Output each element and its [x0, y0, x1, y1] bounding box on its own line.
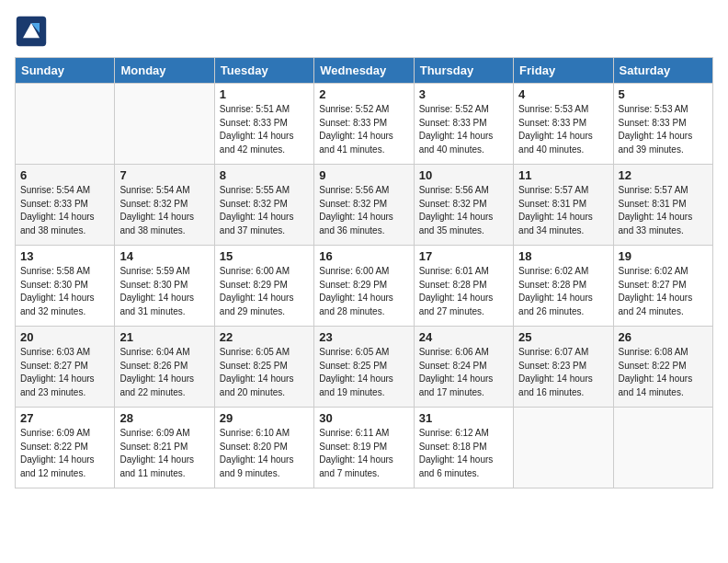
day-number: 24	[419, 330, 508, 344]
calendar-cell: 16Sunrise: 6:00 AM Sunset: 8:29 PM Dayli…	[314, 246, 414, 327]
calendar-cell: 24Sunrise: 6:06 AM Sunset: 8:24 PM Dayli…	[414, 327, 513, 408]
calendar-cell: 31Sunrise: 6:12 AM Sunset: 8:18 PM Dayli…	[414, 408, 513, 488]
day-number: 5	[619, 87, 708, 101]
cell-info: Sunrise: 5:52 AM Sunset: 8:33 PM Dayligh…	[419, 103, 508, 156]
calendar-cell: 2Sunrise: 5:52 AM Sunset: 8:33 PM Daylig…	[314, 84, 414, 165]
day-number: 2	[319, 87, 408, 101]
calendar-table: SundayMondayTuesdayWednesdayThursdayFrid…	[15, 57, 713, 488]
cell-info: Sunrise: 6:03 AM Sunset: 8:27 PM Dayligh…	[20, 346, 109, 399]
header-day-thursday: Thursday	[414, 58, 513, 84]
calendar-cell: 18Sunrise: 6:02 AM Sunset: 8:28 PM Dayli…	[514, 246, 613, 327]
calendar-cell	[514, 408, 613, 488]
day-number: 19	[619, 249, 708, 263]
day-number: 20	[20, 330, 109, 344]
calendar-cell: 26Sunrise: 6:08 AM Sunset: 8:22 PM Dayli…	[613, 327, 712, 408]
calendar-cell	[115, 84, 214, 165]
day-number: 14	[119, 249, 209, 263]
cell-info: Sunrise: 5:52 AM Sunset: 8:33 PM Dayligh…	[319, 103, 408, 156]
day-number: 9	[319, 168, 408, 182]
calendar-header: SundayMondayTuesdayWednesdayThursdayFrid…	[16, 58, 713, 84]
day-number: 30	[319, 411, 408, 425]
logo-icon	[15, 15, 48, 48]
day-number: 13	[20, 249, 109, 263]
cell-info: Sunrise: 5:56 AM Sunset: 8:32 PM Dayligh…	[319, 184, 408, 237]
cell-info: Sunrise: 5:58 AM Sunset: 8:30 PM Dayligh…	[20, 265, 109, 318]
day-number: 7	[119, 168, 209, 182]
calendar-cell: 27Sunrise: 6:09 AM Sunset: 8:22 PM Dayli…	[16, 408, 115, 488]
cell-info: Sunrise: 5:55 AM Sunset: 8:32 PM Dayligh…	[220, 184, 309, 237]
calendar-cell: 7Sunrise: 5:54 AM Sunset: 8:32 PM Daylig…	[115, 165, 214, 246]
day-number: 31	[419, 411, 508, 425]
day-number: 21	[119, 330, 209, 344]
cell-info: Sunrise: 6:09 AM Sunset: 8:22 PM Dayligh…	[20, 427, 109, 480]
header-day-saturday: Saturday	[613, 58, 712, 84]
day-number: 28	[119, 411, 209, 425]
calendar-cell: 13Sunrise: 5:58 AM Sunset: 8:30 PM Dayli…	[16, 246, 115, 327]
calendar-cell: 9Sunrise: 5:56 AM Sunset: 8:32 PM Daylig…	[314, 165, 414, 246]
cell-info: Sunrise: 6:05 AM Sunset: 8:25 PM Dayligh…	[220, 346, 309, 399]
cell-info: Sunrise: 5:51 AM Sunset: 8:33 PM Dayligh…	[220, 103, 309, 156]
cell-info: Sunrise: 5:57 AM Sunset: 8:31 PM Dayligh…	[518, 184, 608, 237]
header	[15, 15, 713, 48]
day-number: 3	[419, 87, 508, 101]
calendar-cell: 15Sunrise: 6:00 AM Sunset: 8:29 PM Dayli…	[214, 246, 313, 327]
day-number: 10	[419, 168, 508, 182]
cell-info: Sunrise: 6:11 AM Sunset: 8:19 PM Dayligh…	[319, 427, 408, 480]
cell-info: Sunrise: 6:07 AM Sunset: 8:23 PM Dayligh…	[518, 346, 608, 399]
day-number: 18	[518, 249, 608, 263]
cell-info: Sunrise: 6:10 AM Sunset: 8:20 PM Dayligh…	[220, 427, 309, 480]
cell-info: Sunrise: 5:56 AM Sunset: 8:32 PM Dayligh…	[419, 184, 508, 237]
calendar-cell	[613, 408, 712, 488]
calendar-cell: 23Sunrise: 6:05 AM Sunset: 8:25 PM Dayli…	[314, 327, 414, 408]
calendar-week-1: 1Sunrise: 5:51 AM Sunset: 8:33 PM Daylig…	[16, 84, 713, 165]
calendar-cell: 25Sunrise: 6:07 AM Sunset: 8:23 PM Dayli…	[514, 327, 613, 408]
cell-info: Sunrise: 6:02 AM Sunset: 8:28 PM Dayligh…	[518, 265, 608, 318]
calendar-cell: 4Sunrise: 5:53 AM Sunset: 8:33 PM Daylig…	[514, 84, 613, 165]
day-number: 15	[220, 249, 309, 263]
calendar-cell: 11Sunrise: 5:57 AM Sunset: 8:31 PM Dayli…	[514, 165, 613, 246]
calendar-cell: 30Sunrise: 6:11 AM Sunset: 8:19 PM Dayli…	[314, 408, 414, 488]
cell-info: Sunrise: 6:00 AM Sunset: 8:29 PM Dayligh…	[319, 265, 408, 318]
calendar-cell: 20Sunrise: 6:03 AM Sunset: 8:27 PM Dayli…	[16, 327, 115, 408]
calendar-cell: 8Sunrise: 5:55 AM Sunset: 8:32 PM Daylig…	[214, 165, 313, 246]
day-number: 17	[419, 249, 508, 263]
calendar-cell: 21Sunrise: 6:04 AM Sunset: 8:26 PM Dayli…	[115, 327, 214, 408]
day-number: 8	[220, 168, 309, 182]
calendar-body: 1Sunrise: 5:51 AM Sunset: 8:33 PM Daylig…	[16, 84, 713, 488]
calendar-cell: 14Sunrise: 5:59 AM Sunset: 8:30 PM Dayli…	[115, 246, 214, 327]
header-day-wednesday: Wednesday	[314, 58, 414, 84]
day-number: 12	[619, 168, 708, 182]
day-number: 16	[319, 249, 408, 263]
cell-info: Sunrise: 6:08 AM Sunset: 8:22 PM Dayligh…	[619, 346, 708, 399]
day-number: 6	[20, 168, 109, 182]
cell-info: Sunrise: 5:54 AM Sunset: 8:33 PM Dayligh…	[20, 184, 109, 237]
calendar-cell: 19Sunrise: 6:02 AM Sunset: 8:27 PM Dayli…	[613, 246, 712, 327]
cell-info: Sunrise: 5:53 AM Sunset: 8:33 PM Dayligh…	[619, 103, 708, 156]
cell-info: Sunrise: 6:12 AM Sunset: 8:18 PM Dayligh…	[419, 427, 508, 480]
day-number: 1	[220, 87, 309, 101]
calendar-cell: 10Sunrise: 5:56 AM Sunset: 8:32 PM Dayli…	[414, 165, 513, 246]
day-number: 29	[220, 411, 309, 425]
day-number: 22	[220, 330, 309, 344]
header-row: SundayMondayTuesdayWednesdayThursdayFrid…	[16, 58, 713, 84]
calendar-cell	[16, 84, 115, 165]
calendar-cell: 28Sunrise: 6:09 AM Sunset: 8:21 PM Dayli…	[115, 408, 214, 488]
calendar-cell: 1Sunrise: 5:51 AM Sunset: 8:33 PM Daylig…	[214, 84, 313, 165]
cell-info: Sunrise: 5:53 AM Sunset: 8:33 PM Dayligh…	[518, 103, 608, 156]
calendar-cell: 5Sunrise: 5:53 AM Sunset: 8:33 PM Daylig…	[613, 84, 712, 165]
cell-info: Sunrise: 6:04 AM Sunset: 8:26 PM Dayligh…	[119, 346, 209, 399]
calendar-cell: 17Sunrise: 6:01 AM Sunset: 8:28 PM Dayli…	[414, 246, 513, 327]
calendar-week-5: 27Sunrise: 6:09 AM Sunset: 8:22 PM Dayli…	[16, 408, 713, 488]
cell-info: Sunrise: 5:54 AM Sunset: 8:32 PM Dayligh…	[119, 184, 209, 237]
day-number: 25	[518, 330, 608, 344]
cell-info: Sunrise: 6:09 AM Sunset: 8:21 PM Dayligh…	[119, 427, 209, 480]
cell-info: Sunrise: 5:57 AM Sunset: 8:31 PM Dayligh…	[619, 184, 708, 237]
header-day-sunday: Sunday	[16, 58, 115, 84]
day-number: 27	[20, 411, 109, 425]
day-number: 11	[518, 168, 608, 182]
calendar-cell: 3Sunrise: 5:52 AM Sunset: 8:33 PM Daylig…	[414, 84, 513, 165]
calendar-cell: 22Sunrise: 6:05 AM Sunset: 8:25 PM Dayli…	[214, 327, 313, 408]
calendar-cell: 29Sunrise: 6:10 AM Sunset: 8:20 PM Dayli…	[214, 408, 313, 488]
cell-info: Sunrise: 6:02 AM Sunset: 8:27 PM Dayligh…	[619, 265, 708, 318]
calendar-cell: 6Sunrise: 5:54 AM Sunset: 8:33 PM Daylig…	[16, 165, 115, 246]
